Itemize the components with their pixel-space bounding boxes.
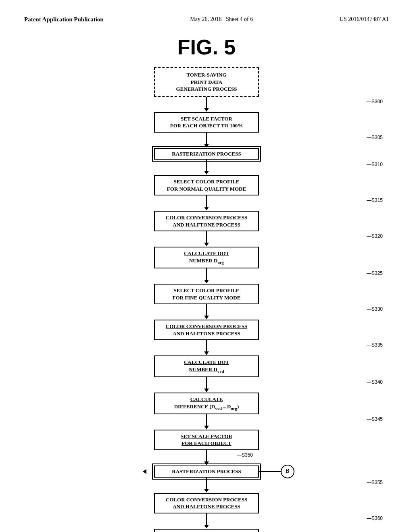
box-s325: SELECT COLOR PROFILEFOR FINE QUALITY MOD… (154, 284, 259, 304)
box-s330: COLOR CONVERSION PROCESSAND HALFTONE PRO… (154, 320, 259, 340)
box-s350: RASTERIZATION PROCESS B (154, 466, 259, 478)
arrow-to-s300: —S300 (24, 97, 389, 112)
arrow-to-s355: —S355 (24, 478, 389, 493)
box-s355: COLOR CONVERSION PROCESSAND HALFTONE PRO… (154, 493, 259, 513)
box-s340: CALCULATEDIFFERENCE (Dvvd – Dorg) (154, 393, 259, 414)
arrow-to-s345: —S345 (24, 414, 389, 430)
step-label-s345: —S345 (367, 416, 383, 422)
step-label-s325: —S325 (367, 270, 383, 276)
arrow-to-s320: —S320 (24, 231, 389, 247)
box-s315: COLOR CONVERSION PROCESSAND HALFTONE PRO… (154, 211, 259, 231)
box-s335: CALCULATE DOTNUMBER Dvvd (154, 355, 259, 377)
box-s360: CALCULATE DOTNUMBER Dnew (154, 529, 259, 532)
arrow-to-s350: —S350 (154, 450, 259, 466)
b-circle: B (281, 465, 294, 478)
step-label-s305: —S305 (367, 135, 383, 140)
step-label-s355: —S355 (367, 480, 383, 485)
start-box: TONER-SAVINGPRINT DATAGENERATING PROCESS (154, 67, 259, 97)
arrow-to-s305: —S305 (24, 133, 389, 148)
flowchart: TONER-SAVINGPRINT DATAGENERATING PROCESS… (24, 67, 389, 532)
header-date: May 26, 2016 (190, 16, 221, 22)
box-s320: CALCULATE DOTNUMBER Dorg (154, 247, 259, 268)
step-label-s300: —S300 (367, 99, 383, 104)
box-s345: SET SCALE FACTORFOR EACH OBJECT (154, 430, 259, 450)
b-connector: B (259, 465, 294, 478)
step-label-s360: —S360 (367, 515, 383, 521)
arrow-to-s335: —S335 (24, 340, 389, 355)
box-s305: RASTERIZATION PROCESS (154, 148, 259, 160)
box-s300: SET SCALE FACTORFOR EACH OBJECT TO 100% (154, 112, 259, 133)
step-label-s340: —S340 (367, 379, 383, 385)
figure-title: FIG. 5 (24, 35, 389, 59)
arrow-to-s360: —S360 (24, 513, 389, 529)
step-label-s350: —S350 (237, 452, 253, 458)
arrow-to-s330: —S330 (24, 304, 389, 320)
step-label-s330: —S330 (367, 306, 383, 312)
step-label-s310: —S310 (367, 162, 383, 167)
b-arrow-left (143, 469, 146, 474)
step-label-s320: —S320 (367, 233, 383, 239)
arrow-to-s315: —S315 (24, 195, 389, 211)
step-label-s315: —S315 (367, 197, 383, 203)
header-sheet: Sheet 4 of 6 (226, 16, 253, 22)
patent-number: US 2016/0147487 A1 (340, 16, 389, 22)
step-label-s335: —S335 (367, 342, 383, 348)
header-center: May 26, 2016 Sheet 4 of 6 (190, 16, 253, 23)
header-left: Patent Application Publication (24, 16, 104, 23)
arrow-to-s325: —S325 (24, 268, 389, 284)
arrow-to-s340: —S340 (24, 377, 389, 393)
box-s310: SELECT COLOR PROFILEFOR NORMAL QUALITY M… (154, 175, 259, 195)
arrow-to-s310: —S310 (24, 160, 389, 175)
header: Patent Application Publication May 26, 2… (24, 16, 389, 23)
page: Patent Application Publication May 26, 2… (0, 0, 413, 532)
publication-label: Patent Application Publication (24, 16, 104, 23)
header-right: US 2016/0147487 A1 (340, 16, 389, 23)
